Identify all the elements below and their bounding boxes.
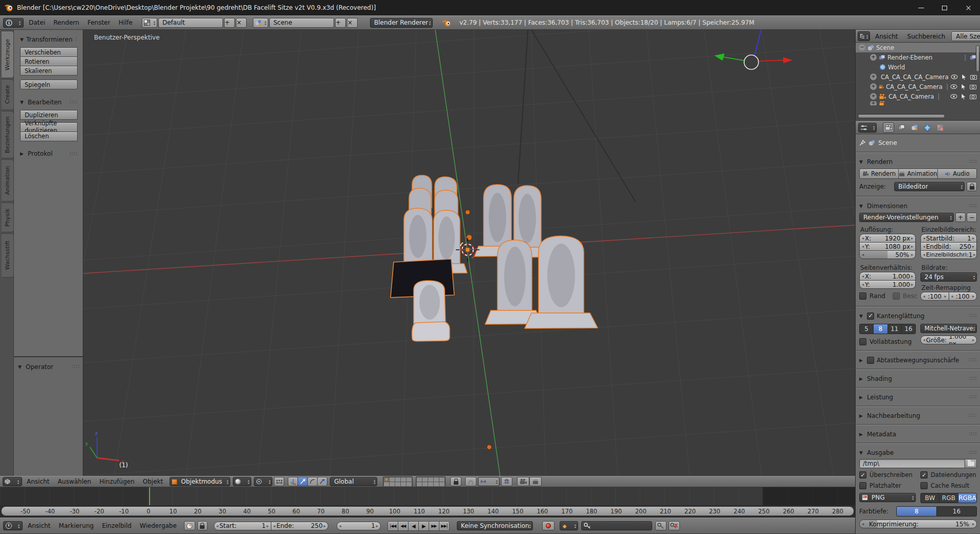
channel-option[interactable]: BW — [921, 493, 939, 503]
snap-peel-toggle[interactable] — [501, 477, 512, 486]
panel-grip[interactable] — [969, 204, 977, 208]
resolution-y-field[interactable]: Y: 1080 px — [859, 242, 916, 251]
tab-werkzeuge[interactable]: Werkzeuge — [2, 31, 14, 78]
panel-header-rendern[interactable]: Rendern — [859, 156, 977, 167]
tab-create[interactable]: Create — [2, 79, 14, 110]
timeline-menu-item[interactable]: Einzelbild — [98, 521, 135, 530]
outliner-horizontal-scrollbar[interactable] — [858, 114, 945, 118]
framerate-dropdown[interactable]: 24 fps — [920, 272, 977, 282]
browse-folder-button[interactable] — [965, 459, 977, 468]
timeline-band[interactable] — [0, 487, 855, 505]
render-engine-selector[interactable]: Blender Renderer — [370, 18, 433, 28]
antialias-checkbox[interactable] — [867, 312, 874, 320]
aa-sample-option[interactable]: 5 — [860, 324, 874, 334]
outliner-row-world[interactable]: World — [856, 62, 980, 72]
panel-grip[interactable] — [969, 159, 977, 164]
remap-new-field[interactable]: :100 — [949, 292, 977, 301]
layout-delete-button[interactable]: × — [236, 18, 247, 28]
panel-grip[interactable] — [69, 152, 78, 156]
panel-grip[interactable] — [969, 376, 977, 381]
panel-header-dimensionen[interactable]: Dimensionen — [859, 200, 977, 211]
record-button[interactable] — [542, 521, 554, 530]
visibility-eye-icon[interactable] — [950, 94, 957, 99]
panel-grip[interactable] — [75, 37, 78, 42]
panel-header-shading[interactable]: Shading — [859, 373, 977, 384]
panel-grip[interactable] — [969, 395, 977, 399]
renderability-camera-icon[interactable] — [970, 84, 976, 89]
layers-group-1[interactable] — [383, 476, 413, 487]
info-menu-item[interactable]: Datei — [25, 18, 49, 27]
preset-remove-button[interactable]: − — [967, 213, 977, 222]
minimize-button[interactable] — [909, 0, 933, 15]
spiegeln-button[interactable]: Spiegeln — [20, 80, 78, 89]
current-frame-field[interactable]: 1 — [337, 522, 381, 530]
renderability-camera-icon[interactable] — [970, 94, 976, 99]
viewport-menu-item[interactable]: Ansicht — [23, 477, 53, 486]
crop-checkbox[interactable] — [893, 292, 900, 300]
viewport-editor-selector[interactable] — [3, 477, 22, 486]
previous-keyframe-button[interactable]: ◀◀ — [398, 521, 409, 531]
channel-option[interactable]: RGB — [939, 493, 958, 503]
full-sample-checkbox[interactable] — [859, 338, 866, 345]
end-frame-field[interactable]: Ende: 250 — [271, 522, 328, 530]
insert-keyframe-button[interactable] — [655, 521, 667, 530]
outliner-menu-ansicht[interactable]: Ansicht — [871, 32, 902, 41]
timeline-ruler[interactable]: -50-40-30-20-100102030405060708090100110… — [0, 505, 855, 518]
active-keying-set-field[interactable] — [581, 521, 652, 530]
panel-header-metadata[interactable]: Metadata — [859, 429, 977, 439]
scene-selector[interactable]: Scene — [269, 18, 334, 28]
timeline-menu-item[interactable]: Ansicht — [24, 521, 54, 530]
expand-expander-icon[interactable]: + — [870, 83, 877, 90]
opengl-animation-button[interactable] — [529, 477, 542, 486]
tab-wachsstift[interactable]: Wachsstift — [2, 233, 14, 278]
display-mode-dropdown[interactable]: Bildeditor — [894, 182, 965, 191]
panel-header-bearbeiten[interactable]: Bearbeiten — [20, 97, 78, 107]
selectability-cursor-icon[interactable] — [961, 74, 967, 80]
snap-toggle[interactable] — [465, 477, 476, 486]
rotate-manipulator-button[interactable] — [307, 477, 318, 486]
tab-scene[interactable] — [909, 122, 920, 133]
placeholders-checkbox[interactable] — [859, 482, 866, 489]
tab-texture[interactable] — [934, 122, 946, 133]
output-path-field[interactable]: /tmp\ — [859, 459, 965, 468]
info-menu-item[interactable]: Fenster — [83, 18, 115, 27]
channel-option[interactable]: RGBA — [958, 493, 976, 503]
tab-world[interactable] — [921, 122, 933, 133]
aspect-x-field[interactable]: X: 1.000 — [859, 272, 916, 281]
remap-old-field[interactable]: :100 — [920, 292, 949, 301]
depth-option[interactable]: 8 — [897, 507, 937, 516]
panel-grip[interactable] — [969, 432, 977, 436]
panel-header-operator[interactable]: Operator — [18, 361, 80, 372]
outliner-row-render-ebenen[interactable]: + Render-Ebenen | — [856, 52, 980, 62]
panel-header-leistung[interactable]: Leistung — [859, 392, 977, 402]
panel-header-nachbearbeitung[interactable]: Nachbearbeitung — [859, 410, 977, 421]
close-button[interactable] — [956, 0, 980, 15]
timeline-scrollbar[interactable]: -50-40-30-20-100102030405060708090100110… — [1, 506, 854, 516]
snap-element-dropdown[interactable] — [478, 477, 500, 486]
tab-animation[interactable]: Animation — [2, 159, 14, 201]
panel-grip[interactable] — [69, 100, 78, 104]
selectability-cursor-icon[interactable] — [961, 94, 966, 100]
scene-delete-button[interactable]: × — [347, 18, 358, 28]
outliner-row-partial[interactable]: + — [856, 101, 980, 105]
maximize-button[interactable] — [933, 0, 956, 15]
info-editor-selector[interactable] — [3, 18, 24, 28]
timeline-editor-selector[interactable] — [3, 521, 23, 530]
timeline-menu-item[interactable]: Wiedergabe — [136, 521, 181, 530]
compression-slider[interactable]: Komprimierung: 15% — [859, 520, 977, 528]
playback-range-toggle[interactable] — [184, 521, 195, 530]
edit-button[interactable]: Verknüpfte duplizieren — [20, 122, 78, 132]
panel-header-kantenglaettung[interactable]: Kantenglättung — [859, 310, 977, 321]
panel-grip[interactable] — [969, 358, 977, 362]
visibility-eye-icon[interactable] — [950, 84, 957, 89]
outliner-vertical-scrollbar[interactable] — [976, 45, 979, 72]
start-frame-field[interactable]: Startbild: 1 — [920, 234, 977, 243]
aa-sample-option[interactable]: 11 — [888, 324, 902, 334]
motion-blur-checkbox[interactable] — [867, 357, 874, 364]
transform-button[interactable]: Verschieben — [20, 47, 78, 57]
pin-icon[interactable] — [859, 140, 865, 146]
layout-add-button[interactable]: + — [224, 18, 235, 28]
render-animation-button[interactable]: Animation — [898, 169, 938, 179]
frame-lock-toggle[interactable] — [197, 521, 208, 530]
translate-manipulator-button[interactable] — [298, 477, 308, 486]
